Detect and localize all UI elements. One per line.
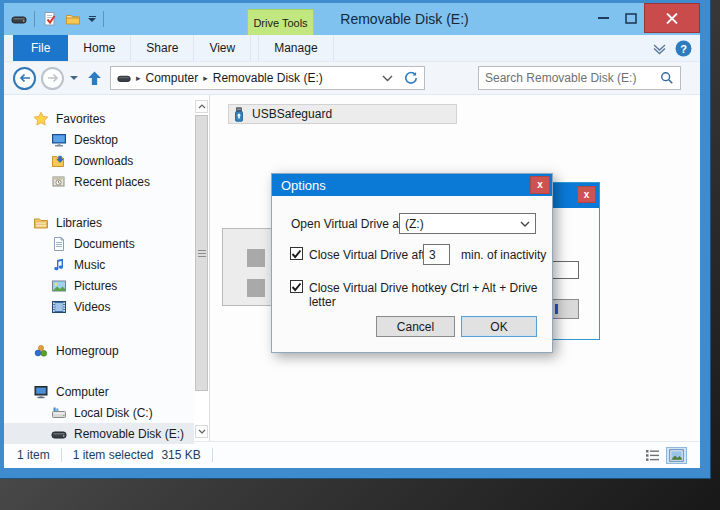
address-history-chevron-icon[interactable] <box>382 75 393 82</box>
close-icon <box>666 13 678 24</box>
chevron-down-icon <box>198 429 206 434</box>
sidebar-item-videos[interactable]: Videos <box>4 296 194 317</box>
minutes-suffix-label: min. of inactivity <box>461 248 546 262</box>
main-area: Favorites Desktop Down <box>4 95 700 441</box>
refresh-icon[interactable] <box>404 71 418 85</box>
sidebar-item-removable-disk-e[interactable]: Removable Disk (E:) <box>4 423 194 444</box>
scrollbar-down-button[interactable] <box>195 425 208 438</box>
chevron-up-icon <box>198 104 206 109</box>
search-icon[interactable] <box>660 71 674 85</box>
options-dialog-title: Options <box>281 178 326 193</box>
background-dialog-close-button[interactable]: x <box>577 186 596 203</box>
checkmark-icon <box>291 282 302 292</box>
sidebar-item-favorites[interactable]: Favorites <box>4 108 194 129</box>
film-icon <box>51 299 67 315</box>
sidebar-item-downloads[interactable]: Downloads <box>4 150 194 171</box>
sidebar-label: Local Disk (C:) <box>74 406 153 420</box>
tab-share[interactable]: Share <box>131 35 194 61</box>
forward-button[interactable] <box>41 67 64 90</box>
sidebar-label: Libraries <box>56 216 102 230</box>
window-controls <box>590 3 700 35</box>
minimize-icon <box>598 13 609 23</box>
up-one-level-icon[interactable] <box>86 70 103 87</box>
breadcrumb-item-computer[interactable]: Computer <box>146 71 199 85</box>
connector-hole <box>247 279 265 297</box>
quick-access-toolbar <box>4 11 104 27</box>
scrollbar-up-button[interactable] <box>195 100 208 113</box>
thumbnail-view-icon <box>669 449 684 462</box>
sidebar-label: Music <box>74 258 105 272</box>
properties-icon[interactable] <box>42 11 58 27</box>
homegroup-icon <box>33 343 49 359</box>
minimize-button[interactable] <box>590 3 617 33</box>
picture-icon <box>51 278 67 294</box>
close-button[interactable] <box>644 3 700 33</box>
ok-button[interactable]: OK <box>461 316 537 337</box>
sidebar-item-documents[interactable]: Documents <box>4 233 194 254</box>
music-note-icon <box>51 257 67 273</box>
sidebar-item-homegroup[interactable]: Homegroup <box>4 340 194 361</box>
view-switcher <box>645 447 687 464</box>
large-icons-view-selected[interactable] <box>666 447 687 464</box>
file-item-usbsafeguard[interactable]: USBSafeguard <box>228 104 457 124</box>
navigation-pane-scrollbar[interactable] <box>194 95 210 441</box>
sidebar-label: Homegroup <box>56 344 119 358</box>
new-folder-icon[interactable] <box>65 11 81 27</box>
breadcrumb[interactable]: ▸ Computer ▸ Removable Disk (E:) <box>110 66 425 90</box>
ribbon-right-controls: ? <box>652 35 692 62</box>
dropdown-chevron-icon <box>520 221 530 227</box>
hotkey-label: Close Virtual Drive hotkey Ctrl + Alt + … <box>309 281 552 309</box>
breadcrumb-separator-icon: ▸ <box>136 73 141 83</box>
close-after-label: Close Virtual Drive after <box>309 248 436 262</box>
sidebar-label: Desktop <box>74 133 118 147</box>
sidebar-label: Documents <box>74 237 135 251</box>
navigation-pane: Favorites Desktop Down <box>4 95 194 441</box>
tab-manage[interactable]: Manage <box>258 35 333 61</box>
sidebar-item-pictures[interactable]: Pictures <box>4 275 194 296</box>
selection-size: 315 KB <box>161 448 200 462</box>
window-drive-icon <box>11 11 27 27</box>
scrollbar-thumb[interactable] <box>195 115 208 391</box>
local-disk-icon <box>51 405 67 421</box>
breadcrumb-item-removable-disk[interactable]: Removable Disk (E:) <box>213 71 323 85</box>
svg-text:?: ? <box>680 43 687 55</box>
sidebar-item-libraries[interactable]: Libraries <box>4 212 194 233</box>
sidebar-item-local-disk-c[interactable]: Local Disk (C:) <box>4 402 194 423</box>
details-view-icon[interactable] <box>645 449 660 462</box>
expand-ribbon-chevron-icon[interactable] <box>652 43 667 55</box>
tab-home[interactable]: Home <box>68 35 131 61</box>
help-icon[interactable]: ? <box>675 40 692 57</box>
options-dialog-title-bar: Options x <box>272 174 552 196</box>
search-input[interactable] <box>485 71 660 85</box>
title-bar: Drive Tools Removable Disk (E:) <box>4 3 700 35</box>
back-button[interactable] <box>13 67 36 90</box>
hotkey-checkbox[interactable] <box>290 280 303 293</box>
inactivity-minutes-input[interactable] <box>423 244 450 265</box>
ribbon-tab-row: File Home Share View Manage ? <box>4 35 700 62</box>
qat-customize-dropdown-icon[interactable] <box>88 16 96 22</box>
recent-locations-dropdown-icon[interactable] <box>70 76 78 80</box>
options-dialog-close-button[interactable]: x <box>530 176 550 194</box>
drive-letter-dropdown[interactable]: (Z:) <box>399 213 536 234</box>
connector-hole <box>247 249 265 267</box>
breadcrumb-separator-icon: ▸ <box>203 73 208 83</box>
tab-file[interactable]: File <box>13 35 68 61</box>
sidebar-label: Removable Disk (E:) <box>74 427 184 441</box>
sidebar-item-recent-places[interactable]: Recent places <box>4 171 194 192</box>
cancel-button[interactable]: Cancel <box>376 316 455 337</box>
drive-letter-value: (Z:) <box>405 217 424 231</box>
status-separator <box>61 448 62 462</box>
maximize-button[interactable] <box>617 3 644 33</box>
sidebar-item-desktop[interactable]: Desktop <box>4 129 194 150</box>
file-label: USBSafeguard <box>252 107 332 121</box>
downloads-folder-icon <box>51 153 67 169</box>
recent-places-icon <box>51 174 67 190</box>
sidebar-item-computer[interactable]: Computer <box>4 381 194 402</box>
libraries-icon <box>33 215 49 231</box>
close-after-checkbox[interactable] <box>290 247 303 260</box>
sidebar-item-music[interactable]: Music <box>4 254 194 275</box>
search-box[interactable] <box>478 66 681 90</box>
maximize-icon <box>625 13 637 24</box>
tab-view[interactable]: View <box>194 35 251 61</box>
drive-tools-contextual-tab[interactable]: Drive Tools <box>247 9 314 35</box>
